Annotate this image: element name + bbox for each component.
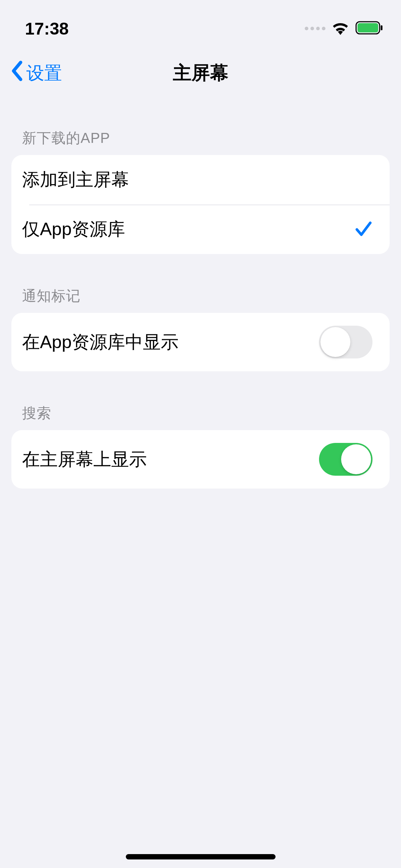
- checkmark-icon: [355, 220, 372, 239]
- toggle-knob: [320, 327, 350, 357]
- option-app-library-only[interactable]: 仅App资源库: [11, 205, 390, 254]
- row-label: 添加到主屏幕: [22, 168, 129, 192]
- section-header: 通知标记: [0, 286, 401, 313]
- cellular-indicator: [305, 27, 325, 30]
- list-group: 添加到主屏幕 仅App资源库: [11, 155, 390, 254]
- list-group: 在主屏幕上显示: [11, 430, 390, 489]
- back-label: 设置: [26, 61, 62, 85]
- section-search: 搜索 在主屏幕上显示: [0, 403, 401, 489]
- back-button[interactable]: 设置: [11, 60, 62, 86]
- status-time: 17:38: [25, 19, 69, 38]
- row-label: 仅App资源库: [22, 217, 125, 241]
- row-label: 在主屏幕上显示: [22, 448, 147, 471]
- battery-icon: [355, 21, 383, 36]
- toggle-knob: [341, 444, 371, 474]
- toggle-show-on-home-screen: 在主屏幕上显示: [11, 430, 390, 489]
- section-new-downloads: 新下载的APP 添加到主屏幕 仅App资源库: [0, 128, 401, 254]
- toggle-show-in-app-library: 在App资源库中显示: [11, 313, 390, 371]
- list-group: 在App资源库中显示: [11, 313, 390, 371]
- section-header: 新下载的APP: [0, 128, 401, 155]
- status-indicators: [305, 21, 383, 36]
- option-add-to-home[interactable]: 添加到主屏幕: [11, 155, 390, 205]
- wifi-icon: [332, 21, 349, 36]
- status-bar: 17:38: [0, 0, 401, 50]
- section-notification-badges: 通知标记 在App资源库中显示: [0, 286, 401, 371]
- chevron-left-icon: [11, 60, 24, 86]
- svg-rect-2: [381, 25, 382, 30]
- svg-rect-1: [358, 23, 378, 32]
- navigation-bar: 设置 主屏幕: [0, 50, 401, 96]
- home-indicator[interactable]: [126, 854, 276, 859]
- toggle-switch[interactable]: [319, 326, 372, 358]
- page-title: 主屏幕: [173, 61, 228, 86]
- row-label: 在App资源库中显示: [22, 330, 179, 354]
- toggle-switch[interactable]: [319, 443, 372, 476]
- section-header: 搜索: [0, 403, 401, 430]
